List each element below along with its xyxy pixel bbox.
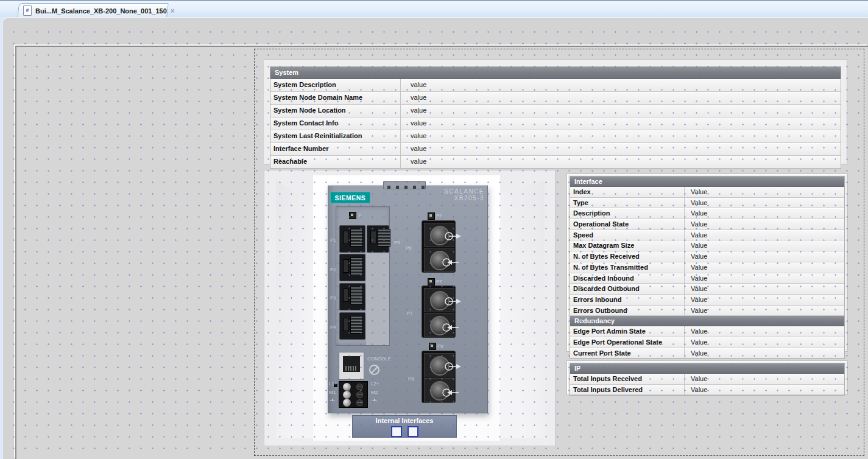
row-value: Value (685, 295, 844, 305)
row-label: Edge Port Admin State (570, 326, 685, 337)
row-value: Value (685, 374, 844, 384)
table-row[interactable]: System Node Location value (270, 105, 841, 117)
rj45-port-p5 (367, 225, 389, 253)
gap-label-p6: P6 (406, 245, 412, 251)
system-rows: System Description value System Node Dom… (270, 79, 841, 169)
table-row[interactable]: Total Inputs Received Value (570, 374, 844, 385)
table-row[interactable]: N. of Bytes Transmitted Value (570, 262, 844, 273)
row-value: Value (685, 219, 844, 230)
led-p8 (429, 343, 436, 350)
row-label: N. of Bytes Received (570, 251, 685, 262)
table-row[interactable]: Description Value (570, 208, 844, 219)
row-value: value (401, 130, 841, 142)
rj45-port-panel: F (336, 206, 390, 346)
faceplate-tab[interactable]: # Bui...M_Scalance_XB-200_None_001_150 × (17, 3, 167, 18)
row-value: value (401, 143, 841, 155)
table-row[interactable]: Type Value (570, 198, 844, 209)
functional-earth-icon (372, 399, 377, 404)
row-value: Value (685, 326, 844, 337)
table-row[interactable]: System Description value (270, 79, 841, 92)
row-value: Value (685, 230, 844, 240)
row-label: N. of Bytes Transmitted (570, 262, 685, 273)
interface-table[interactable]: Interface Index Value Type Value Descrip… (566, 173, 848, 352)
table-section-header: System (270, 67, 841, 79)
model-line1: SCALANCE (417, 188, 484, 195)
row-value: Value (685, 348, 844, 359)
tx-arrow-icon (444, 296, 462, 306)
console-label: CONSOLE (367, 356, 391, 362)
tx-arrow-icon (444, 231, 462, 241)
table-row[interactable]: Speed Value (570, 230, 844, 241)
tx-arrow-icon (444, 362, 462, 371)
row-value: Value (685, 187, 844, 197)
interface-rows: Index Value Type Value Description Value… (570, 187, 844, 316)
table-row[interactable]: Errors Outbound Value (570, 306, 844, 317)
power-label-l1: L1+ (329, 381, 337, 387)
table-row[interactable]: Edge Port Operational State Value (570, 337, 844, 348)
table-row[interactable]: Edge Port Admin State Value (570, 326, 844, 337)
table-row[interactable]: N. of Bytes Received Value (570, 251, 844, 262)
system-table[interactable]: System System Description value System N… (264, 59, 847, 164)
power-terminal-block (339, 381, 368, 408)
row-label: Description (570, 208, 685, 219)
row-value: value (401, 92, 841, 104)
internal-interfaces-panel[interactable]: Internal Interfaces (352, 415, 457, 438)
row-label: Max Datagram Size (570, 240, 685, 251)
internal-interface-slot-2[interactable] (408, 426, 418, 437)
table-row[interactable]: Reachable value (270, 156, 841, 169)
table-section-header: Redundancy (570, 316, 844, 326)
gap-label-p8: P8 (408, 376, 414, 382)
table-row[interactable]: Interface Number value (270, 143, 841, 156)
row-value: Value (685, 337, 844, 348)
led-label-p7: P7 (436, 279, 442, 284)
row-value: Value (685, 240, 844, 251)
row-label: Edge Port Operational State (570, 337, 685, 348)
model-line2: XB205-3 (417, 195, 484, 201)
port-label-p1: P1 (330, 237, 336, 243)
table-row[interactable]: Current Port State Value (570, 348, 844, 359)
row-label: Index (570, 187, 685, 197)
table-row[interactable]: Operational State Value (570, 219, 844, 230)
led-label-p8: P8 (437, 343, 443, 349)
table-row[interactable]: Discarded Outbound Value (570, 284, 844, 295)
table-row[interactable]: System Node Domain Name value (270, 92, 841, 105)
terminal-screw (343, 391, 351, 399)
row-label: Discarded Inbound (570, 273, 685, 284)
row-label: Total Inputs Delivered (570, 385, 685, 395)
row-value: Value (685, 306, 844, 316)
rx-arrow-icon (442, 323, 460, 332)
port-panel-blank-area (366, 253, 389, 345)
row-label: Reachable (270, 156, 401, 168)
scalance-switch-image: SIEMENS SCALANCE XB205-3 F P1 P2 P3 P4 P… (328, 185, 488, 413)
row-label: System Node Domain Name (270, 92, 401, 104)
tab-strip: # Bui...M_Scalance_XB-200_None_001_150 × (0, 0, 868, 17)
port-label-p5: P5 (394, 240, 400, 245)
ip-table[interactable]: IP Total Inputs Received Value Total Inp… (566, 360, 848, 395)
terminal-screw (343, 399, 351, 407)
power-label-m1: M1 (329, 390, 336, 395)
table-row[interactable]: Discarded Inbound Value (570, 273, 844, 284)
terminal-screw (343, 383, 351, 391)
redundancy-rows: Edge Port Admin State Value Edge Port Op… (570, 326, 844, 359)
port-label-p2: P2 (330, 267, 336, 272)
prohibition-icon (369, 365, 379, 375)
table-row[interactable]: Max Datagram Size Value (570, 240, 844, 251)
device-image-panel[interactable]: SIEMENS SCALANCE XB205-3 F P1 P2 P3 P4 P… (264, 170, 556, 446)
row-value: value (401, 79, 841, 91)
faceplate-type-icon: # (23, 5, 32, 16)
faceplate-editor-window: # Bui...M_Scalance_XB-200_None_001_150 ×… (0, 0, 868, 459)
table-row[interactable]: Index Value (570, 187, 844, 198)
table-row[interactable]: Total Inputs Delivered Value (570, 385, 844, 396)
table-row[interactable]: System Last Reinitialization value (270, 130, 841, 143)
row-value: value (401, 156, 841, 168)
power-label-l2: L2+ (371, 381, 379, 387)
internal-interface-slot-1[interactable] (391, 426, 402, 437)
row-value: value (401, 117, 841, 130)
tab-close-icon[interactable]: × (171, 7, 175, 15)
row-label: System Node Location (270, 105, 401, 117)
fault-led (349, 212, 356, 219)
row-label: Operational State (570, 219, 685, 230)
tab-title: Bui...M_Scalance_XB-200_None_001_150 (35, 7, 167, 15)
table-row[interactable]: System Contact Info value (270, 117, 841, 130)
table-row[interactable]: Errors Inbound Value (570, 295, 844, 306)
